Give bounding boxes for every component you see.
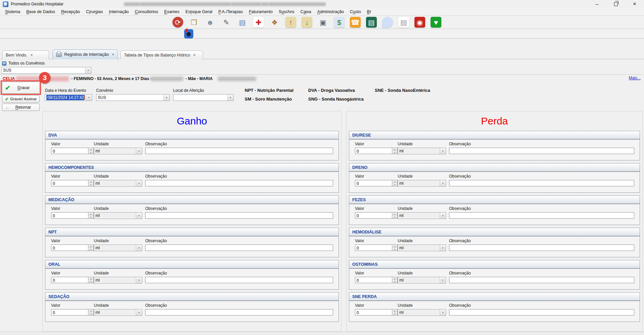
valor-input[interactable] (51, 180, 88, 186)
safe-icon[interactable]: ▣ (318, 17, 328, 28)
valor-spinbox[interactable]: ▲▼ (51, 180, 94, 186)
menu-item-exames[interactable]: Exames (161, 9, 183, 15)
spin-up-button[interactable]: ▲ (392, 245, 397, 248)
observacao-input[interactable] (145, 212, 333, 219)
observacao-input[interactable] (145, 277, 333, 283)
observacao-input[interactable] (449, 245, 634, 251)
valor-input[interactable] (355, 148, 392, 154)
valor-input[interactable] (355, 309, 392, 315)
spin-down-button[interactable]: ▼ (392, 183, 397, 186)
tab-close-icon[interactable]: × (193, 53, 196, 58)
spin-down-button[interactable]: ▼ (392, 280, 397, 283)
all-insurances-checkbox[interactable]: ✔ (2, 61, 6, 66)
valor-input[interactable] (51, 309, 88, 315)
observacao-input[interactable] (449, 148, 634, 154)
menu-item-p-a-terapias[interactable]: P.A./Terapias (215, 9, 246, 15)
valor-input[interactable] (51, 148, 88, 154)
valor-spinbox[interactable]: ▲▼ (355, 180, 398, 186)
spin-down-button[interactable]: ▼ (88, 216, 93, 218)
hospital-bed-icon[interactable]: ▤ (237, 17, 248, 28)
menu-item-recepcao[interactable]: Recepção (58, 9, 83, 15)
valor-spinbox[interactable]: ▲▼ (51, 212, 94, 219)
tab-bem-vindo[interactable]: Bem Vindo.× (2, 50, 49, 59)
valor-spinbox[interactable]: ▲▼ (51, 277, 94, 283)
valor-spinbox[interactable]: ▲▼ (355, 212, 398, 219)
cash-in-icon[interactable]: ↑ (285, 17, 296, 28)
spin-down-button[interactable]: ▼ (392, 151, 397, 154)
menu-item-sistema[interactable]: Sistema (2, 9, 23, 15)
unidade-select[interactable]: ml▾ (398, 245, 446, 251)
spin-up-button[interactable]: ▲ (88, 277, 93, 280)
power-icon[interactable]: ◉ (414, 17, 425, 28)
observacao-input[interactable] (145, 309, 333, 315)
dropdown-arrow-icon[interactable]: ▾ (85, 67, 91, 73)
menu-item-sus-ans[interactable]: Sus/Ans (276, 9, 297, 15)
invoice-icon[interactable]: ▤ (398, 17, 409, 28)
valor-input[interactable] (355, 245, 392, 251)
spin-down-button[interactable]: ▼ (392, 248, 397, 251)
spin-up-button[interactable]: ▲ (392, 213, 397, 216)
menu-item-bi[interactable]: BI (364, 9, 374, 15)
unidade-select[interactable]: ml▾ (94, 309, 142, 316)
valor-spinbox[interactable]: ▲▼ (51, 148, 94, 154)
reference-book-icon[interactable]: ▤ (366, 17, 377, 28)
menu-item-administracao[interactable]: Administração (314, 9, 347, 15)
menu-item-base-de-dados[interactable]: Base de Dados (23, 9, 58, 15)
close-button[interactable]: × (625, 0, 644, 8)
spin-down-button[interactable]: ▼ (392, 216, 397, 218)
save-sign-button[interactable]: ✔ Gravar/ Assinar (2, 95, 40, 103)
unidade-select[interactable]: ml▾ (398, 277, 446, 284)
spin-up-button[interactable]: ▲ (392, 180, 397, 183)
observacao-input[interactable] (449, 212, 634, 219)
menu-item-faturamento[interactable]: Faturamento (246, 9, 276, 15)
unidade-select[interactable]: ml▾ (398, 212, 446, 219)
observacao-input[interactable] (449, 180, 634, 186)
spin-up-button[interactable]: ▲ (88, 180, 93, 183)
unidade-select[interactable]: ml▾ (94, 277, 142, 284)
health-record-icon[interactable]: ♥ (431, 17, 441, 28)
valor-spinbox[interactable]: ▲▼ (355, 277, 398, 283)
billing-chart-icon[interactable]: $ (334, 17, 345, 28)
unidade-select[interactable]: ml▾ (398, 309, 446, 316)
supplies-icon[interactable]: ❖ (269, 17, 280, 28)
menu-item-caixa[interactable]: Caixa (297, 9, 314, 15)
sync-patient-icon[interactable]: ⟳ (172, 17, 183, 28)
unidade-select[interactable]: ml▾ (94, 212, 142, 219)
tab-close-icon[interactable]: × (30, 53, 33, 58)
unidade-select[interactable]: ml▾ (398, 180, 446, 187)
unidade-select[interactable]: ml▾ (398, 148, 446, 154)
back-button[interactable]: ← Retornar (2, 104, 40, 111)
valor-input[interactable] (51, 245, 88, 251)
valor-spinbox[interactable]: ▲▼ (355, 245, 398, 251)
spin-down-button[interactable]: ▼ (88, 151, 93, 154)
observacao-input[interactable] (145, 148, 333, 154)
spin-down-button[interactable]: ▼ (88, 312, 93, 315)
menu-item-custo[interactable]: Custo (347, 9, 364, 15)
spin-up-button[interactable]: ▲ (392, 148, 397, 151)
spin-down-button[interactable]: ▼ (392, 312, 397, 315)
menu-item-cirurgias[interactable]: Cirurgias (83, 9, 106, 15)
spin-up-button[interactable]: ▲ (392, 309, 397, 312)
dropdown-arrow-icon[interactable]: ▾ (163, 95, 169, 101)
restore-button[interactable] (606, 0, 625, 8)
phone-book-icon[interactable]: ☎ (350, 17, 361, 28)
measurement-location-select[interactable]: ▾ (173, 94, 234, 101)
observacao-input[interactable] (449, 277, 634, 283)
prescription-icon[interactable]: ✎ (221, 17, 232, 28)
spin-up-button[interactable]: ▲ (88, 309, 93, 312)
patients-folder-icon[interactable]: ❒ (189, 17, 199, 28)
valor-spinbox[interactable]: ▲▼ (355, 148, 398, 154)
tab-registros-de-internacao[interactable]: Registros de Internação× (52, 49, 118, 59)
spin-up-button[interactable]: ▲ (88, 213, 93, 216)
valor-input[interactable] (355, 277, 392, 283)
spin-down-button[interactable]: ▼ (88, 183, 93, 186)
observacao-input[interactable] (449, 309, 634, 315)
observacao-input[interactable] (145, 180, 333, 186)
dropdown-arrow-icon[interactable]: ▾ (86, 95, 92, 101)
valor-spinbox[interactable]: ▲▼ (51, 245, 94, 251)
valor-input[interactable] (355, 213, 392, 218)
menu-item-consultorios[interactable]: Consultórios (132, 9, 161, 15)
spin-down-button[interactable]: ▼ (88, 280, 93, 283)
menu-item-internacao[interactable]: Internação (106, 9, 132, 15)
valor-input[interactable] (355, 180, 392, 186)
